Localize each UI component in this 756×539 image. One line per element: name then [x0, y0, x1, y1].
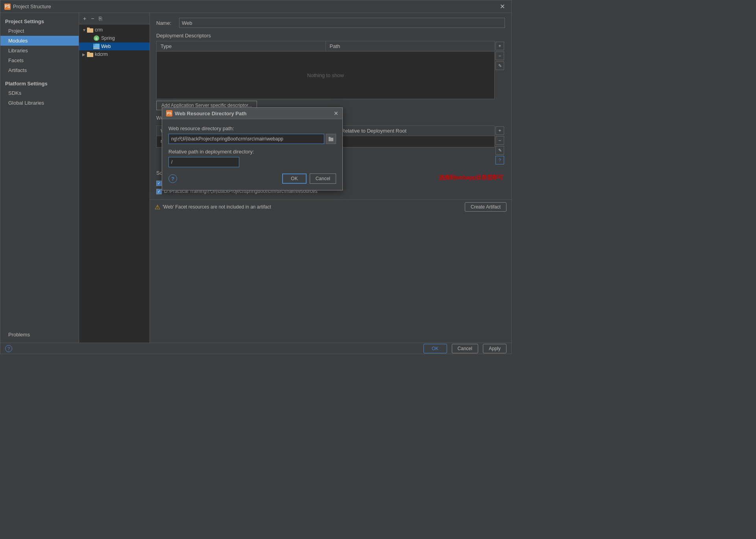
path-column-header: Path: [326, 41, 495, 51]
dialog-overlay: PS Web Resource Directory Path ✕ Web res…: [150, 103, 511, 295]
add-module-button[interactable]: +: [81, 15, 88, 22]
window-title: Project Structure: [13, 4, 51, 9]
deployment-table-body: Nothing to show: [157, 52, 494, 99]
global-ok-button[interactable]: OK: [423, 344, 447, 353]
web-icon: [93, 44, 100, 49]
web-resource-dialog: PS Web Resource Directory Path ✕ Web res…: [162, 107, 343, 190]
main-area: Name: Deployment Descriptors Type Path: [150, 13, 511, 343]
tree-panel: + − ⎘ ▼ crm: [79, 13, 150, 343]
content-area: Project Settings Project Modules Librari…: [0, 13, 511, 343]
deployment-descriptors-title: Deployment Descriptors: [156, 33, 505, 39]
sidebar-divider-2: [0, 108, 79, 330]
expand-arrow-kdcrm: ▶: [82, 52, 87, 57]
tree-item-spring[interactable]: S Spring: [79, 34, 150, 42]
name-input[interactable]: [179, 18, 505, 28]
tree-item-kdcrm[interactable]: ▶ kdcrm: [79, 50, 150, 58]
status-bar: ? OK Cancel Apply: [0, 343, 511, 354]
sidebar-item-problems[interactable]: Problems: [0, 330, 79, 340]
tree-item-web[interactable]: Web: [79, 42, 150, 50]
tree-label-kdcrm: kdcrm: [95, 52, 146, 57]
deployment-descriptors-section: Deployment Descriptors Type Path Nothing…: [156, 33, 505, 110]
svg-rect-5: [93, 44, 95, 46]
type-column-header: Type: [157, 41, 326, 51]
tree-label-web: Web: [101, 44, 146, 49]
tree-toolbar: + − ⎘: [79, 13, 150, 24]
global-cancel-button[interactable]: Cancel: [452, 344, 478, 353]
project-settings-title: Project Settings: [0, 16, 79, 26]
dialog-buttons: ? OK Cancel: [168, 174, 336, 184]
platform-settings-title: Platform Settings: [0, 78, 79, 88]
dialog-ok-button[interactable]: OK: [282, 174, 306, 184]
folder-icon-kdcrm: [87, 52, 93, 57]
web-resource-dir-input[interactable]: [168, 134, 324, 144]
sidebar-item-modules[interactable]: Modules: [0, 36, 79, 46]
svg-rect-8: [87, 52, 90, 54]
expand-arrow-crm: ▼: [82, 28, 87, 32]
folder-icon-crm: [87, 27, 93, 33]
sidebar-item-project[interactable]: Project: [0, 26, 79, 36]
web-resource-dir-label: Web resource directory path:: [168, 126, 336, 131]
spring-icon: S: [93, 35, 100, 41]
svg-rect-6: [93, 48, 100, 49]
help-icon[interactable]: ?: [5, 345, 12, 352]
dialog-title-bar: PS Web Resource Directory Path ✕: [162, 108, 342, 119]
name-label: Name:: [156, 20, 176, 26]
deployment-table-wrap: Type Path Nothing to show: [156, 41, 495, 99]
web-resource-dir-row: [168, 134, 336, 144]
main-window: PS Project Structure ✕ Project Settings …: [0, 0, 512, 354]
sidebar-item-facets[interactable]: Facets: [0, 55, 79, 65]
sidebar-divider: [0, 75, 79, 78]
deployment-remove-button[interactable]: −: [495, 52, 504, 60]
tree-item-crm[interactable]: ▼ crm: [79, 26, 150, 34]
annotation-text: 选择到webapp目录层即可: [439, 174, 503, 181]
empty-text: Nothing to show: [307, 72, 344, 78]
title-bar-left: PS Project Structure: [4, 4, 51, 10]
dialog-help-button[interactable]: ?: [168, 174, 177, 183]
tree-content: ▼ crm S Spring: [79, 24, 150, 343]
sidebar: Project Settings Project Modules Librari…: [0, 13, 79, 343]
sidebar-item-artifacts[interactable]: Artifacts: [0, 65, 79, 75]
deployment-edit-button[interactable]: ✎: [495, 61, 504, 70]
svg-rect-1: [87, 28, 90, 29]
folder-browse-icon: [329, 137, 333, 141]
tree-label-crm: crm: [95, 27, 146, 33]
title-bar: PS Project Structure ✕: [0, 0, 511, 13]
dialog-title-left: PS Web Resource Directory Path: [166, 110, 247, 116]
dialog-close-button[interactable]: ✕: [334, 110, 338, 116]
copy-module-button[interactable]: ⎘: [97, 15, 104, 22]
browse-button[interactable]: [326, 134, 336, 144]
tree-label-spring: Spring: [101, 35, 146, 41]
svg-rect-9: [329, 138, 333, 141]
dialog-content: Web resource directory path: Relative pa…: [162, 119, 342, 190]
svg-rect-10: [329, 137, 331, 138]
svg-text:S: S: [95, 37, 98, 41]
dialog-cancel-button[interactable]: Cancel: [310, 174, 336, 184]
sidebar-item-sdks[interactable]: SDKs: [0, 88, 79, 98]
sidebar-item-global-libraries[interactable]: Global Libraries: [0, 98, 79, 108]
deployment-add-button[interactable]: +: [495, 42, 504, 50]
remove-module-button[interactable]: −: [89, 15, 96, 22]
dialog-icon: PS: [166, 110, 172, 116]
deployment-right-controls: + − ✎: [495, 41, 505, 99]
close-button[interactable]: ✕: [497, 3, 507, 11]
dialog-btn-group: OK Cancel: [282, 174, 336, 184]
deployment-table-header: Type Path: [157, 41, 494, 52]
app-icon: PS: [4, 4, 11, 10]
relative-path-input[interactable]: [168, 157, 239, 167]
relative-path-label: Relative path in deployment directory:: [168, 149, 336, 155]
global-apply-button[interactable]: Apply: [483, 344, 506, 353]
deployment-area: Type Path Nothing to show + −: [156, 41, 505, 99]
name-field-row: Name:: [156, 18, 505, 28]
relative-path-row: [168, 157, 336, 167]
dialog-title: Web Resource Directory Path: [175, 111, 247, 116]
deployment-table: Type Path Nothing to show: [156, 41, 495, 99]
sidebar-item-libraries[interactable]: Libraries: [0, 46, 79, 55]
